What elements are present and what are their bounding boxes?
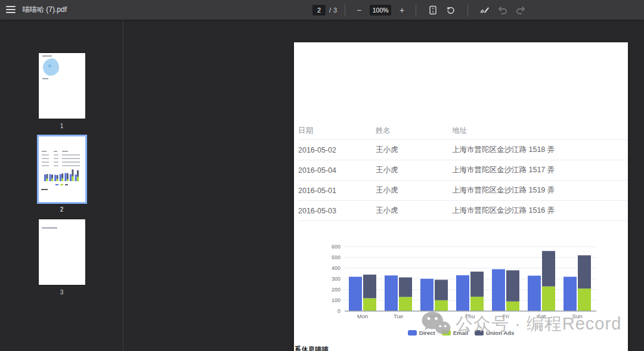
table-body: 2016-05-02王小虎上海市普陀区金沙江路 1518 弄2016-05-04… <box>298 140 628 221</box>
legend-item: Direct <box>408 330 435 336</box>
rotate-ccw-icon <box>446 5 456 15</box>
page-total: 3 <box>333 7 337 14</box>
page-number-input[interactable]: 2 <box>312 5 326 15</box>
page-separator: / <box>329 7 331 14</box>
draw-icon <box>480 5 490 14</box>
thumbnail-page-1[interactable]: 1 <box>0 53 123 129</box>
table-cell: 上海市普陀区金沙江路 1517 弄 <box>452 165 625 175</box>
page-footer-text: 系休息喵喵 <box>295 345 329 351</box>
table-cell: 上海市普陀区金沙江路 1518 弄 <box>452 145 625 155</box>
fit-page-icon <box>429 5 437 15</box>
undo-button[interactable] <box>496 3 510 17</box>
thumbnail-1-label: 1 <box>0 123 123 129</box>
table-cell: 上海市普陀区金沙江路 1516 弄 <box>452 206 625 216</box>
svg-text:500: 500 <box>332 254 340 260</box>
svg-text:Sun: Sun <box>572 313 583 319</box>
legend-swatch <box>442 330 451 336</box>
legend-swatch <box>408 330 417 336</box>
legend-item: Union Ads <box>475 330 514 336</box>
table-cell: 王小虎 <box>376 145 452 155</box>
svg-text:Fri: Fri <box>502 313 509 319</box>
data-table: 日期姓名地址 2016-05-02王小虎上海市普陀区金沙江路 1518 弄201… <box>298 122 628 221</box>
svg-text:0: 0 <box>338 308 340 314</box>
legend-item: Email <box>442 330 468 336</box>
divider <box>345 4 345 16</box>
thumbnail-sidebar: 1 2 3 <box>0 20 123 351</box>
svg-text:Thu: Thu <box>465 313 475 319</box>
thumb3-text-line <box>42 227 57 229</box>
zoom-level[interactable]: 100% <box>370 5 391 15</box>
annotate-button[interactable] <box>478 3 492 17</box>
redo-icon <box>516 6 525 14</box>
table-cell: 上海市普陀区金沙江路 1519 弄 <box>452 185 625 195</box>
svg-text:600: 600 <box>332 244 340 250</box>
table-header-cell: 地址 <box>452 126 625 136</box>
svg-text:400: 400 <box>332 265 340 271</box>
legend-label: Union Ads <box>486 330 514 336</box>
zoom-in-button[interactable]: + <box>396 4 408 17</box>
zoom-out-button[interactable]: − <box>353 4 365 17</box>
table-cell: 2016-05-01 <box>298 187 376 195</box>
table-row: 2016-05-04王小虎上海市普陀区金沙江路 1517 弄 <box>298 160 628 181</box>
svg-text:Sat: Sat <box>537 313 546 319</box>
table-header-row: 日期姓名地址 <box>298 122 628 140</box>
svg-text:Wed: Wed <box>428 313 439 319</box>
thumb2-mini-table <box>42 150 82 167</box>
pdf-toolbar: 喵喵哈 (7).pdf 2 / 3 − 100% + <box>0 0 644 20</box>
table-cell: 2016-05-03 <box>298 207 376 215</box>
menu-icon[interactable] <box>6 5 17 14</box>
thumb1-map-shape <box>43 58 59 76</box>
table-cell: 王小虎 <box>376 206 452 216</box>
fit-page-button[interactable] <box>426 3 440 17</box>
thumbnail-3-preview[interactable] <box>39 219 85 285</box>
pdf-viewer-area: 日期姓名地址 2016-05-02王小虎上海市普陀区金沙江路 1518 弄201… <box>124 20 644 351</box>
svg-text:300: 300 <box>332 276 340 282</box>
thumbnail-2-preview[interactable] <box>39 136 85 202</box>
thumb1-text-line <box>42 78 48 79</box>
pdf-page: 日期姓名地址 2016-05-02王小虎上海市普陀区金沙江路 1518 弄201… <box>294 42 628 351</box>
table-cell: 2016-05-04 <box>298 166 376 175</box>
table-row: 2016-05-02王小虎上海市普陀区金沙江路 1518 弄 <box>298 140 628 160</box>
thumbnail-3-label: 3 <box>0 289 123 296</box>
table-cell: 王小虎 <box>376 185 452 195</box>
table-row: 2016-05-03王小虎上海市普陀区金沙江路 1516 弄 <box>298 201 628 221</box>
redo-button[interactable] <box>513 3 528 17</box>
undo-icon <box>498 6 507 14</box>
table-cell: 2016-05-02 <box>298 146 376 154</box>
document-title: 喵喵哈 (7).pdf <box>23 0 67 20</box>
thumbnail-page-3[interactable]: 3 <box>0 219 123 296</box>
rotate-button[interactable] <box>444 3 458 17</box>
svg-text:100: 100 <box>332 297 340 303</box>
thumb1-text-line <box>42 55 52 57</box>
table-header-cell: 日期 <box>298 126 376 136</box>
divider <box>467 4 468 16</box>
legend-label: Email <box>453 330 468 336</box>
thumb2-mini-legend <box>39 184 85 185</box>
toolbar-controls: 2 / 3 − 100% + <box>312 0 530 20</box>
divider <box>416 4 416 16</box>
svg-text:Mon: Mon <box>357 313 368 319</box>
thumb2-mini-chart <box>43 167 81 182</box>
chart-legend: DirectEmailUnion Ads <box>318 329 604 336</box>
svg-text:200: 200 <box>332 287 340 293</box>
svg-text:Tue: Tue <box>394 313 403 319</box>
table-header-cell: 姓名 <box>376 126 452 136</box>
thumbnail-2-label: 2 <box>0 206 123 213</box>
legend-swatch <box>475 330 484 336</box>
table-row: 2016-05-01王小虎上海市普陀区金沙江路 1519 弄 <box>298 181 628 201</box>
bar-chart: 0100200300400500600MonTueWedThuFriSatSun <box>318 240 604 330</box>
thumbnail-page-2[interactable]: 2 <box>0 136 123 213</box>
thumbnail-1-preview[interactable] <box>39 53 85 119</box>
legend-label: Direct <box>419 330 435 336</box>
thumb2-text-line <box>41 189 48 190</box>
table-cell: 王小虎 <box>376 165 452 175</box>
